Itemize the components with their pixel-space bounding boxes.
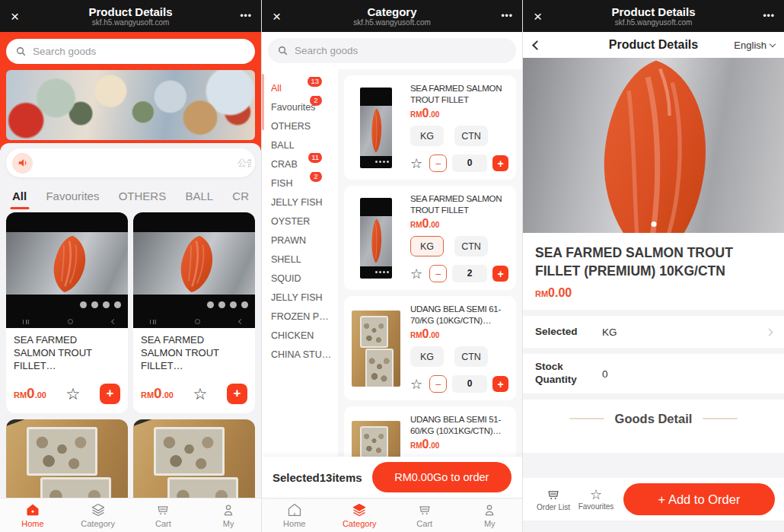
language-selector[interactable]: English [734, 40, 775, 51]
add-to-cart-button[interactable]: + [100, 384, 120, 404]
category-item[interactable]: CHICKEN [262, 324, 338, 343]
category-search-input[interactable] [295, 45, 507, 56]
category-search-section [262, 32, 522, 69]
selected-value: KG [602, 327, 617, 338]
favourite-star-icon[interactable]: ☆ [410, 377, 422, 391]
nav-cart[interactable]: Cart [392, 499, 457, 532]
nav-home[interactable]: Home [262, 499, 327, 532]
unit-option-ctn[interactable]: CTN [454, 236, 488, 256]
favourite-star-icon[interactable]: ☆ [410, 157, 422, 170]
add-to-order-button[interactable]: + Add to Order [623, 483, 775, 515]
category-item[interactable]: 13 All [262, 77, 338, 96]
unit-option-kg[interactable]: KG [410, 126, 444, 146]
product-thumbnail[interactable] [352, 421, 400, 457]
unit-option-ctn[interactable]: CTN [454, 346, 488, 367]
list-item[interactable]: SEA FARMED SALMON TROUT FILLET (PREMIU… … [344, 75, 516, 180]
product-image[interactable] [133, 212, 255, 328]
category-item[interactable]: FROZEN P… [262, 305, 338, 324]
star-icon: ☆ [590, 488, 602, 502]
favourite-star-icon[interactable]: ☆ [410, 267, 422, 281]
selected-unit-row[interactable]: Selected KG [523, 316, 784, 348]
close-icon[interactable]: × [11, 9, 19, 24]
decrease-quantity-button[interactable]: − [429, 155, 447, 172]
category-count-badge: 2 [310, 172, 322, 182]
product-thumbnail[interactable] [360, 88, 392, 168]
nav-category[interactable]: Category [65, 499, 131, 532]
product-image[interactable] [6, 212, 128, 328]
category-item[interactable]: OTHERS [262, 115, 338, 134]
category-item[interactable]: CHINA STU… [262, 343, 338, 362]
home-search-input[interactable] [33, 46, 246, 57]
more-icon[interactable]: ••• [240, 11, 252, 21]
nav-home[interactable]: Home [0, 499, 65, 532]
category-item[interactable]: 2 Favourites [262, 96, 338, 115]
decrease-quantity-button[interactable]: − [429, 375, 447, 393]
list-item[interactable]: UDANG BELA SEMI 51-60/KG (10X1KG/CTN)… R… [344, 406, 516, 457]
category-item[interactable]: BALL [262, 134, 338, 153]
nav-category[interactable]: Category [327, 499, 393, 532]
nav-my[interactable]: My [196, 499, 261, 532]
salmon-fillet-image [367, 218, 384, 264]
category-item[interactable]: JELLY FISH [262, 191, 338, 210]
close-icon[interactable]: × [534, 9, 542, 24]
home-search-bar[interactable] [6, 39, 255, 64]
category-label: SHELL [271, 254, 301, 265]
category-item[interactable]: SHELL [262, 248, 338, 267]
product-card[interactable]: SEA FARMED SALMON TROUT FILLET… RM0.00 ☆… [133, 212, 255, 413]
category-label: CRAB [271, 159, 298, 170]
category-tab[interactable]: OTHERS [119, 190, 167, 202]
favourites-button[interactable]: ☆ Favourites [575, 488, 617, 511]
cart-icon [155, 502, 171, 518]
order-list-button[interactable]: Order List [532, 487, 575, 511]
product-card[interactable]: SEA FARMED SALMON TROUT FILLET… RM0.00 ☆… [6, 212, 128, 413]
increase-quantity-button[interactable]: + [492, 266, 508, 282]
item-price: RM0.00 [410, 327, 508, 341]
seafood-banner-image[interactable] [6, 70, 255, 140]
category-tab[interactable]: Favourites [46, 190, 99, 202]
category-item[interactable]: JELLY FISH [262, 286, 338, 305]
category-item[interactable]: 11 CRAB [262, 153, 338, 172]
category-item[interactable]: OYSTER [262, 210, 338, 229]
salmon-fillet-image [585, 58, 721, 233]
category-item[interactable]: 2 FISH [262, 172, 338, 191]
divider-line [569, 418, 604, 419]
category-item[interactable]: PRAWN [262, 229, 338, 248]
unit-option-kg-selected[interactable]: KG [410, 236, 444, 256]
shrimp-product-image[interactable] [6, 419, 128, 498]
favourite-star-icon[interactable]: ☆ [66, 386, 81, 402]
shrimp-product-image[interactable] [133, 419, 255, 498]
nav-cart[interactable]: Cart [131, 499, 196, 532]
add-to-cart-button[interactable]: + [227, 384, 247, 404]
megaphone-icon [12, 153, 33, 174]
category-label: OYSTER [271, 216, 310, 227]
list-item[interactable]: UDANG BELA SEMI 61-70/KG (10KG/CTN)… RM0… [344, 296, 516, 400]
category-label: JELLY FISH [271, 292, 323, 303]
product-card[interactable] [6, 419, 128, 498]
category-tab[interactable]: All [12, 190, 27, 202]
product-hero-image[interactable] [523, 58, 784, 233]
category-tab[interactable]: BALL [185, 190, 213, 202]
category-item[interactable]: SQUID [262, 267, 338, 286]
unit-option-kg[interactable]: KG [410, 346, 444, 367]
list-item[interactable]: SEA FARMED SALMON TROUT FILLET (PREMIU… … [344, 186, 516, 290]
item-title: SEA FARMED SALMON TROUT FILLET (PREMIU… [410, 193, 508, 216]
product-thumbnail[interactable] [352, 311, 400, 387]
nav-my[interactable]: My [457, 499, 523, 532]
category-search-bar[interactable] [268, 38, 516, 63]
more-icon[interactable]: ••• [501, 11, 513, 21]
announcement-bar[interactable]: 公告 [6, 148, 255, 177]
close-icon[interactable]: × [272, 9, 281, 24]
left-appbar: × Product Details skf.h5.wangyusoft.com … [0, 0, 261, 32]
category-tab[interactable]: CR [232, 190, 249, 202]
favourite-star-icon[interactable]: ☆ [193, 386, 208, 402]
item-title: SEA FARMED SALMON TROUT FILLET (PREMIU… [410, 83, 508, 106]
product-card[interactable] [133, 419, 255, 498]
more-icon[interactable]: ••• [763, 11, 775, 21]
go-to-order-button[interactable]: RM0.00Go to order [372, 462, 512, 492]
product-thumbnail[interactable] [360, 198, 392, 279]
decrease-quantity-button[interactable]: − [429, 265, 447, 282]
nav-label: Home [21, 519, 43, 528]
increase-quantity-button[interactable]: + [492, 376, 508, 392]
unit-option-ctn[interactable]: CTN [454, 126, 488, 146]
increase-quantity-button[interactable]: + [492, 155, 508, 171]
